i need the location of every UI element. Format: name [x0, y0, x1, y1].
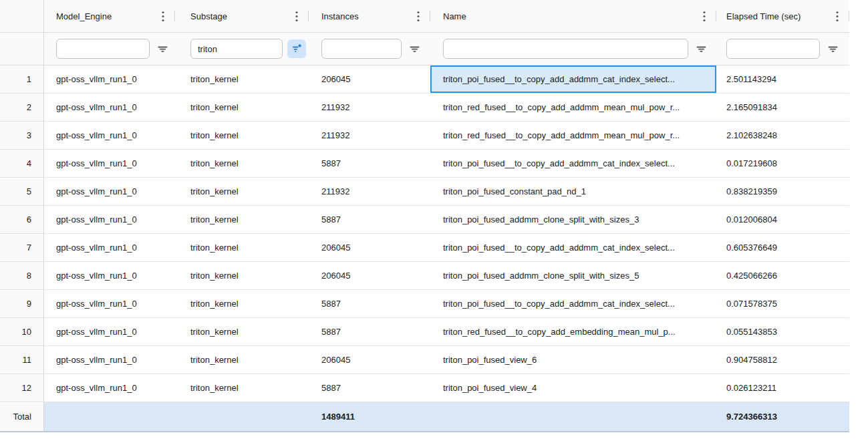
cell-substage[interactable]: triton_kernel	[175, 150, 309, 177]
cell-substage[interactable]: triton_kernel	[175, 262, 309, 289]
cell-model-engine[interactable]: gpt-oss_vllm_run1_0	[44, 262, 175, 289]
total-cell-name	[430, 402, 716, 431]
cell-instances[interactable]: 5887	[309, 290, 430, 317]
cell-elapsed[interactable]: 0.017219608	[716, 150, 849, 177]
cell-substage[interactable]: triton_kernel	[175, 206, 309, 233]
column-header-elapsed[interactable]: Elapsed Time (sec)	[716, 0, 849, 32]
cell-substage[interactable]: triton_kernel	[175, 234, 309, 261]
cell-instances[interactable]: 206045	[309, 65, 430, 93]
table-row[interactable]: 9 gpt-oss_vllm_run1_0 triton_kernel 5887…	[0, 290, 849, 318]
cell-name[interactable]: triton_poi_fused__to_copy_add_addmm_cat_…	[430, 290, 716, 317]
cell-model-engine[interactable]: gpt-oss_vllm_run1_0	[44, 94, 175, 121]
cell-elapsed[interactable]: 0.838219359	[716, 178, 849, 205]
cell-model-engine[interactable]: gpt-oss_vllm_run1_0	[44, 65, 175, 93]
cell-name[interactable]: triton_poi_fused_addmm_clone_split_with_…	[430, 262, 716, 289]
cell-model-engine[interactable]: gpt-oss_vllm_run1_0	[44, 318, 175, 345]
cell-model-engine[interactable]: gpt-oss_vllm_run1_0	[44, 234, 175, 261]
column-header-label: Substage	[190, 11, 227, 21]
cell-name[interactable]: triton_poi_fused_addmm_clone_split_with_…	[430, 206, 716, 233]
cell-name[interactable]: triton_red_fused__to_copy_add_embedding_…	[430, 318, 716, 345]
cell-elapsed[interactable]: 0.071578375	[716, 290, 849, 317]
filter-funnel-icon[interactable]	[827, 43, 839, 55]
cell-model-engine[interactable]: gpt-oss_vllm_run1_0	[44, 122, 175, 149]
table-row[interactable]: 4 gpt-oss_vllm_run1_0 triton_kernel 5887…	[0, 150, 849, 178]
cell-name[interactable]: triton_poi_fused__to_copy_add_addmm_cat_…	[430, 150, 716, 177]
cell-model-engine[interactable]: gpt-oss_vllm_run1_0	[44, 150, 175, 177]
column-header-name[interactable]: Name	[430, 0, 716, 32]
table-row[interactable]: 5 gpt-oss_vllm_run1_0 triton_kernel 2119…	[0, 178, 849, 206]
filter-input[interactable]	[321, 39, 402, 59]
cell-name[interactable]: triton_poi_fused_constant_pad_nd_1	[430, 178, 716, 205]
cell-model-engine[interactable]: gpt-oss_vllm_run1_0	[44, 346, 175, 374]
kebab-menu-icon[interactable]	[417, 11, 420, 22]
cell-substage[interactable]: triton_kernel	[175, 122, 309, 149]
cell-name[interactable]: triton_red_fused__to_copy_add_addmm_mean…	[430, 122, 716, 149]
cell-name[interactable]: triton_poi_fused_view_4	[430, 374, 716, 402]
filter-input[interactable]	[443, 39, 688, 59]
column-header-substage[interactable]: Substage	[175, 0, 309, 32]
row-number: 10	[0, 318, 44, 345]
table-row[interactable]: 3 gpt-oss_vllm_run1_0 triton_kernel 2119…	[0, 122, 849, 150]
cell-elapsed[interactable]: 0.425066266	[716, 262, 849, 289]
cell-name[interactable]: triton_red_fused__to_copy_add_addmm_mean…	[430, 94, 716, 121]
cell-substage[interactable]: triton_kernel	[175, 290, 309, 317]
cell-elapsed[interactable]: 0.026123211	[716, 374, 849, 402]
filter-input[interactable]	[726, 39, 820, 59]
table-row[interactable]: 2 gpt-oss_vllm_run1_0 triton_kernel 2119…	[0, 94, 849, 122]
table-row[interactable]: 7 gpt-oss_vllm_run1_0 triton_kernel 2060…	[0, 234, 849, 262]
cell-instances[interactable]: 5887	[309, 318, 430, 345]
table-row[interactable]: 1 gpt-oss_vllm_run1_0 triton_kernel 2060…	[0, 65, 849, 94]
table-row[interactable]: 8 gpt-oss_vllm_run1_0 triton_kernel 2060…	[0, 262, 849, 290]
cell-instances[interactable]: 211932	[309, 122, 430, 149]
cell-instances[interactable]: 206045	[309, 262, 430, 289]
cell-instances[interactable]: 206045	[309, 234, 430, 261]
cell-elapsed[interactable]: 2.102638248	[716, 122, 849, 149]
cell-instances[interactable]: 5887	[309, 374, 430, 402]
column-header-instances[interactable]: Instances	[309, 0, 430, 32]
cell-substage[interactable]: triton_kernel	[175, 346, 309, 374]
filter-funnel-icon[interactable]	[157, 43, 168, 55]
cell-name-selected[interactable]: triton_poi_fused__to_copy_add_addmm_cat_…	[430, 65, 716, 93]
cell-instances[interactable]: 211932	[309, 178, 430, 205]
filter-funnel-icon[interactable]	[409, 43, 420, 55]
total-row: Total 1489411 9.724366313	[0, 402, 849, 432]
cell-instances[interactable]: 211932	[309, 94, 430, 121]
cell-instances[interactable]: 206045	[309, 346, 430, 374]
cell-model-engine[interactable]: gpt-oss_vllm_run1_0	[44, 374, 175, 402]
cell-substage[interactable]: triton_kernel	[175, 178, 309, 205]
table-row[interactable]: 12 gpt-oss_vllm_run1_0 triton_kernel 588…	[0, 374, 849, 402]
cell-elapsed[interactable]: 2.165091834	[716, 94, 849, 121]
cell-substage[interactable]: triton_kernel	[175, 318, 309, 345]
column-header-model_engine[interactable]: Model_Engine	[44, 0, 175, 32]
kebab-menu-icon[interactable]	[703, 11, 706, 22]
cell-substage[interactable]: triton_kernel	[175, 374, 309, 402]
table-row[interactable]: 11 gpt-oss_vllm_run1_0 triton_kernel 206…	[0, 346, 849, 374]
cell-substage[interactable]: triton_kernel	[175, 94, 309, 121]
cell-model-engine[interactable]: gpt-oss_vllm_run1_0	[44, 290, 175, 317]
filter-active-icon[interactable]	[287, 39, 306, 58]
cell-model-engine[interactable]: gpt-oss_vllm_run1_0	[44, 206, 175, 233]
total-cell-model-engine	[44, 402, 175, 431]
cell-elapsed[interactable]: 0.055143853	[716, 318, 849, 345]
cell-model-engine[interactable]: gpt-oss_vllm_run1_0	[44, 178, 175, 205]
cell-instances[interactable]: 5887	[309, 150, 430, 177]
cell-name[interactable]: triton_poi_fused__to_copy_add_addmm_cat_…	[430, 234, 716, 261]
kebab-menu-icon[interactable]	[836, 11, 839, 22]
filter-input[interactable]	[190, 39, 283, 59]
table-row[interactable]: 6 gpt-oss_vllm_run1_0 triton_kernel 5887…	[0, 206, 849, 234]
cell-elapsed[interactable]: 0.904758812	[716, 346, 849, 374]
data-grid: Model_Engine Substage Instances Name Ela	[0, 0, 868, 443]
filter-input[interactable]	[56, 39, 150, 59]
cell-elapsed[interactable]: 2.501143294	[716, 65, 849, 93]
filter-funnel-icon[interactable]	[696, 43, 707, 55]
cell-elapsed[interactable]: 0.012006804	[716, 206, 849, 233]
cell-name[interactable]: triton_poi_fused_view_6	[430, 346, 716, 374]
cell-substage[interactable]: triton_kernel	[175, 65, 309, 93]
kebab-menu-icon[interactable]	[162, 11, 164, 22]
cell-instances[interactable]: 5887	[309, 206, 430, 233]
total-label: Total	[13, 412, 31, 422]
cell-elapsed[interactable]: 0.605376649	[716, 234, 849, 261]
kebab-menu-icon[interactable]	[295, 11, 298, 22]
filter-row	[0, 33, 849, 65]
table-row[interactable]: 10 gpt-oss_vllm_run1_0 triton_kernel 588…	[0, 318, 849, 346]
